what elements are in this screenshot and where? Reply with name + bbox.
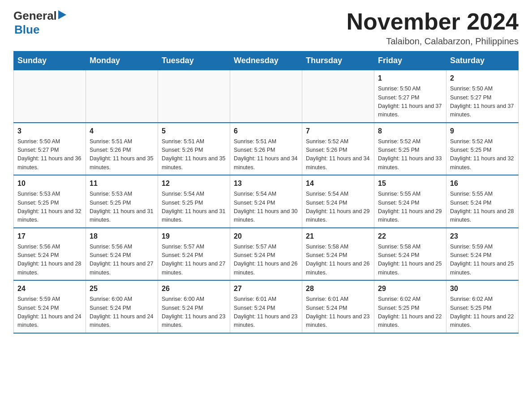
calendar-cell: 10Sunrise: 5:53 AM Sunset: 5:25 PM Dayli… [14,175,86,228]
day-number: 16 [450,178,515,189]
calendar-cell [14,70,86,123]
day-number: 10 [17,178,82,189]
calendar-cell: 28Sunrise: 6:01 AM Sunset: 5:24 PM Dayli… [302,280,374,333]
day-info: Sunrise: 5:56 AM Sunset: 5:24 PM Dayligh… [90,243,154,278]
subtitle: Talaibon, Calabarzon, Philippines [347,36,519,47]
calendar-weekday-monday: Monday [86,51,158,70]
calendar-cell: 27Sunrise: 6:01 AM Sunset: 5:24 PM Dayli… [230,280,302,333]
logo-triangle-icon [58,10,66,19]
calendar-week-row: 3Sunrise: 5:50 AM Sunset: 5:27 PM Daylig… [14,123,519,176]
calendar-cell: 11Sunrise: 5:53 AM Sunset: 5:25 PM Dayli… [86,175,158,228]
day-info: Sunrise: 5:52 AM Sunset: 5:25 PM Dayligh… [378,137,442,172]
calendar-cell: 18Sunrise: 5:56 AM Sunset: 5:24 PM Dayli… [86,228,158,281]
calendar-header: SundayMondayTuesdayWednesdayThursdayFrid… [14,51,519,70]
main-title: November 2024 [347,9,519,34]
day-info: Sunrise: 6:00 AM Sunset: 5:24 PM Dayligh… [90,295,154,330]
day-number: 18 [90,231,154,242]
day-number: 26 [162,283,226,294]
calendar-weekday-thursday: Thursday [302,51,374,70]
calendar-cell: 26Sunrise: 6:00 AM Sunset: 5:24 PM Dayli… [158,280,230,333]
day-number: 1 [378,73,442,84]
day-number: 14 [306,178,370,189]
calendar-cell: 24Sunrise: 5:59 AM Sunset: 5:24 PM Dayli… [14,280,86,333]
day-info: Sunrise: 6:01 AM Sunset: 5:24 PM Dayligh… [306,295,370,330]
calendar-cell: 30Sunrise: 6:02 AM Sunset: 5:25 PM Dayli… [446,280,519,333]
day-info: Sunrise: 5:58 AM Sunset: 5:24 PM Dayligh… [378,243,442,278]
calendar-cell: 2Sunrise: 5:50 AM Sunset: 5:27 PM Daylig… [446,70,519,123]
day-info: Sunrise: 6:00 AM Sunset: 5:24 PM Dayligh… [162,295,226,330]
calendar-cell: 17Sunrise: 5:56 AM Sunset: 5:24 PM Dayli… [14,228,86,281]
day-number: 9 [450,126,515,137]
day-number: 24 [17,283,82,294]
day-info: Sunrise: 6:01 AM Sunset: 5:24 PM Dayligh… [234,295,298,330]
day-info: Sunrise: 5:59 AM Sunset: 5:24 PM Dayligh… [17,295,82,330]
day-info: Sunrise: 5:51 AM Sunset: 5:26 PM Dayligh… [234,137,298,172]
day-number: 17 [17,231,82,242]
day-info: Sunrise: 5:54 AM Sunset: 5:24 PM Dayligh… [234,190,298,225]
day-info: Sunrise: 5:52 AM Sunset: 5:25 PM Dayligh… [450,137,515,172]
day-number: 3 [17,126,82,137]
day-info: Sunrise: 5:57 AM Sunset: 5:24 PM Dayligh… [234,243,298,278]
calendar-cell: 25Sunrise: 6:00 AM Sunset: 5:24 PM Dayli… [86,280,158,333]
day-info: Sunrise: 5:54 AM Sunset: 5:25 PM Dayligh… [162,190,226,225]
day-number: 22 [378,231,442,242]
day-number: 20 [234,231,298,242]
calendar-cell: 22Sunrise: 5:58 AM Sunset: 5:24 PM Dayli… [374,228,446,281]
calendar-weekday-saturday: Saturday [446,51,519,70]
day-info: Sunrise: 5:55 AM Sunset: 5:24 PM Dayligh… [450,190,515,225]
page-header: General Blue November 2024 Talaibon, Cal… [13,9,519,47]
calendar-weekday-sunday: Sunday [14,51,86,70]
day-info: Sunrise: 5:57 AM Sunset: 5:24 PM Dayligh… [162,243,226,278]
day-number: 19 [162,231,226,242]
day-number: 27 [234,283,298,294]
logo-blue-text: Blue [14,23,39,37]
calendar-cell: 19Sunrise: 5:57 AM Sunset: 5:24 PM Dayli… [158,228,230,281]
day-info: Sunrise: 5:51 AM Sunset: 5:26 PM Dayligh… [162,137,226,172]
day-info: Sunrise: 5:50 AM Sunset: 5:27 PM Dayligh… [17,137,82,172]
title-block: November 2024 Talaibon, Calabarzon, Phil… [347,9,519,47]
calendar-week-row: 1Sunrise: 5:50 AM Sunset: 5:27 PM Daylig… [14,70,519,123]
day-number: 25 [90,283,154,294]
calendar-cell: 20Sunrise: 5:57 AM Sunset: 5:24 PM Dayli… [230,228,302,281]
day-number: 28 [306,283,370,294]
calendar-cell: 5Sunrise: 5:51 AM Sunset: 5:26 PM Daylig… [158,123,230,176]
calendar-weekday-tuesday: Tuesday [158,51,230,70]
calendar-cell: 21Sunrise: 5:58 AM Sunset: 5:24 PM Dayli… [302,228,374,281]
calendar-cell [230,70,302,123]
day-number: 15 [378,178,442,189]
calendar-cell: 3Sunrise: 5:50 AM Sunset: 5:27 PM Daylig… [14,123,86,176]
svg-marker-0 [58,10,66,19]
logo: General Blue [13,9,66,37]
day-number: 7 [306,126,370,137]
day-number: 13 [234,178,298,189]
calendar-cell: 1Sunrise: 5:50 AM Sunset: 5:27 PM Daylig… [374,70,446,123]
day-info: Sunrise: 5:55 AM Sunset: 5:24 PM Dayligh… [378,190,442,225]
calendar-weekday-friday: Friday [374,51,446,70]
calendar-cell: 14Sunrise: 5:54 AM Sunset: 5:24 PM Dayli… [302,175,374,228]
day-info: Sunrise: 5:54 AM Sunset: 5:24 PM Dayligh… [306,190,370,225]
calendar-cell [302,70,374,123]
day-number: 8 [378,126,442,137]
calendar-cell: 6Sunrise: 5:51 AM Sunset: 5:26 PM Daylig… [230,123,302,176]
calendar-cell [158,70,230,123]
day-number: 6 [234,126,298,137]
calendar-cell: 13Sunrise: 5:54 AM Sunset: 5:24 PM Dayli… [230,175,302,228]
day-info: Sunrise: 5:53 AM Sunset: 5:25 PM Dayligh… [90,190,154,225]
day-info: Sunrise: 5:50 AM Sunset: 5:27 PM Dayligh… [450,85,515,120]
day-info: Sunrise: 6:02 AM Sunset: 5:25 PM Dayligh… [378,295,442,330]
calendar-cell [86,70,158,123]
calendar-cell: 4Sunrise: 5:51 AM Sunset: 5:26 PM Daylig… [86,123,158,176]
day-info: Sunrise: 5:50 AM Sunset: 5:27 PM Dayligh… [378,85,442,120]
day-info: Sunrise: 5:51 AM Sunset: 5:26 PM Dayligh… [90,137,154,172]
calendar-body: 1Sunrise: 5:50 AM Sunset: 5:27 PM Daylig… [14,70,519,333]
calendar-cell: 23Sunrise: 5:59 AM Sunset: 5:24 PM Dayli… [446,228,519,281]
calendar-cell: 29Sunrise: 6:02 AM Sunset: 5:25 PM Dayli… [374,280,446,333]
day-info: Sunrise: 5:53 AM Sunset: 5:25 PM Dayligh… [17,190,82,225]
calendar-cell: 12Sunrise: 5:54 AM Sunset: 5:25 PM Dayli… [158,175,230,228]
day-info: Sunrise: 5:56 AM Sunset: 5:24 PM Dayligh… [17,243,82,278]
day-info: Sunrise: 5:59 AM Sunset: 5:24 PM Dayligh… [450,243,515,278]
calendar-header-row: SundayMondayTuesdayWednesdayThursdayFrid… [14,51,519,70]
day-number: 11 [90,178,154,189]
day-number: 21 [306,231,370,242]
day-number: 5 [162,126,226,137]
